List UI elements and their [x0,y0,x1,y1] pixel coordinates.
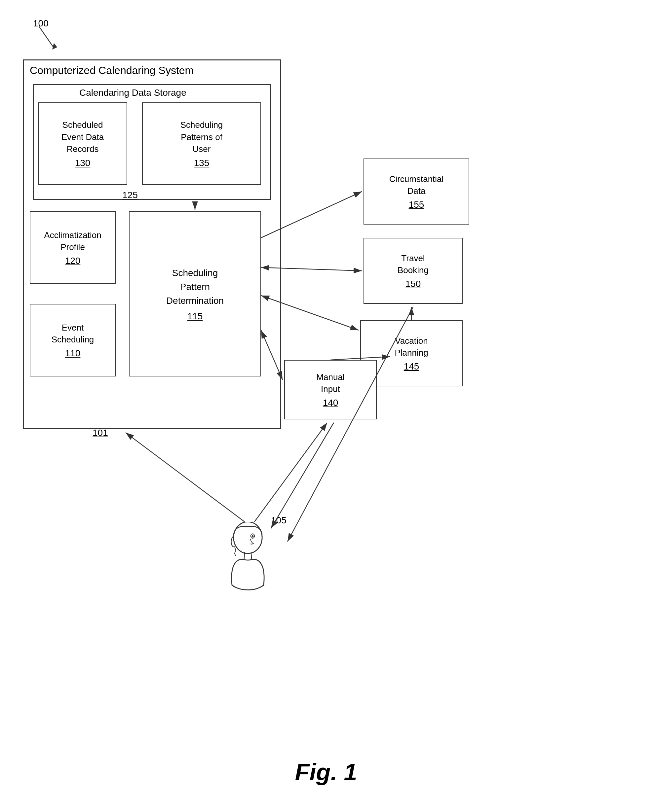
spu-id: 135 [194,158,210,168]
mi-box: ManualInput 140 [284,360,377,420]
es-box: EventScheduling 110 [30,304,116,377]
svg-line-0 [39,26,54,48]
cds-id-label: 125 [122,190,138,200]
spd-label: SchedulingPatternDetermination [166,266,224,308]
vp-id: 145 [404,361,419,372]
spd-box: SchedulingPatternDetermination 115 [129,211,261,377]
spd-id: 115 [187,311,203,322]
sedr-id: 130 [75,158,90,168]
outer-system-id-label: 101 [93,427,108,438]
svg-line-19 [126,433,245,522]
cd-id: 155 [409,200,424,210]
tb-box: TravelBooking 150 [364,238,463,304]
svg-line-20 [254,423,327,522]
figure-label: Fig. 1 [295,759,357,786]
ap-box: AcclimatizationProfile 120 [30,211,116,284]
sedr-label: ScheduledEvent DataRecords [61,119,104,155]
mi-id: 140 [323,398,338,408]
es-id: 110 [65,348,81,359]
svg-line-7 [235,546,236,551]
ap-label: AcclimatizationProfile [44,229,101,253]
tb-id: 150 [406,279,421,289]
svg-line-8 [235,550,236,553]
svg-point-6 [252,535,254,537]
user-figure [215,522,281,601]
cds-title: Calendaring Data Storage [79,87,187,98]
cd-label: CircumstantialData [389,173,444,197]
figure-number-arrow [36,25,59,51]
ap-id: 120 [65,256,81,266]
vp-label: VacationPlanning [395,335,428,359]
tb-label: TravelBooking [398,252,429,276]
spu-label: SchedulingPatterns ofUser [181,119,223,155]
spu-box: SchedulingPatterns ofUser 135 [142,102,261,185]
cd-box: CircumstantialData 155 [364,159,469,224]
mi-label: ManualInput [316,371,344,395]
svg-line-9 [235,553,236,556]
es-label: EventScheduling [52,322,94,346]
svg-line-21 [271,423,334,528]
diagram-container: 100 Computerized Calendaring System Cale… [0,0,652,812]
outer-system-title: Computerized Calendaring System [30,64,194,76]
sedr-box: ScheduledEvent DataRecords 130 [38,102,127,185]
